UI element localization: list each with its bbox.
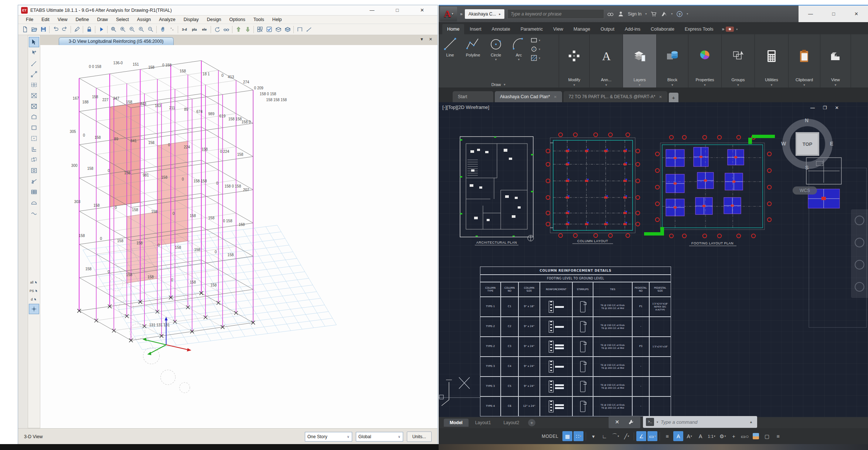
viewport-minimize-icon[interactable]: — xyxy=(810,105,815,110)
panel-ann[interactable]: AAnn...▼ xyxy=(590,34,623,87)
slanted-line-icon[interactable] xyxy=(304,25,313,34)
grid-display-icon[interactable]: ▦ xyxy=(562,431,572,441)
draw-joint-icon[interactable] xyxy=(29,58,39,69)
panel-clipboard[interactable]: Clipboard▼ xyxy=(789,34,820,87)
ribbon-tab-parametric[interactable]: Parametric xyxy=(516,24,548,34)
etabs-3d-canvas[interactable]: 0 0 158136-01511580 15815818 104132740 2… xyxy=(40,45,438,428)
snap-dropdown-icon[interactable]: ▾ xyxy=(588,431,598,441)
minimize-button[interactable]: — xyxy=(370,7,374,13)
viewcube-top-face[interactable]: TOP xyxy=(796,132,819,156)
panel-groups[interactable]: Groups▼ xyxy=(722,34,755,87)
draw-panel-label[interactable]: Draw▼ xyxy=(439,82,559,87)
command-input[interactable]: >_ ▾ Type a command ▲ xyxy=(643,416,757,428)
panel-utilities-expander[interactable]: ▼ xyxy=(755,83,788,87)
ribbon-tab-add-ins[interactable]: Add-ins xyxy=(620,24,645,34)
apps-dropdown-icon[interactable]: ▾ xyxy=(671,12,673,16)
transparency-icon[interactable]: ≡ xyxy=(662,431,672,441)
select-pointer-icon[interactable] xyxy=(29,37,39,47)
view-plan-icon[interactable]: pla xyxy=(190,25,199,34)
file-tab-doc1[interactable]: Akashaya Con Cad Plan*✕ xyxy=(495,91,562,102)
nav-wheel-icon[interactable] xyxy=(855,216,864,225)
quick-draw-frame-icon[interactable] xyxy=(29,80,39,90)
snap-mode-dropdown-icon[interactable]: ▾ xyxy=(580,434,581,438)
panel-properties[interactable]: Properties▼ xyxy=(688,34,722,87)
panel-utilities[interactable]: Utilities▼ xyxy=(755,34,789,87)
maximize-button[interactable]: □ xyxy=(396,7,399,13)
help-dropdown-icon[interactable]: ▾ xyxy=(687,12,688,16)
frame-draw-icon[interactable] xyxy=(295,25,304,34)
view-tab[interactable]: 3-D View Longitudinal Reinforcing (IS 45… xyxy=(59,37,174,45)
customization-menu-icon[interactable]: ≡ xyxy=(773,431,783,441)
ribbon-tab-view[interactable]: View xyxy=(548,24,568,34)
layout-tab-layout2[interactable]: Layout2 xyxy=(497,419,525,427)
tab-close-icon[interactable]: ✕ xyxy=(429,37,432,42)
command-close-icon[interactable]: ✕ xyxy=(615,419,619,425)
tab-dropdown-icon[interactable]: ▼ xyxy=(420,37,424,42)
zoom-out-icon[interactable] xyxy=(146,25,155,34)
dynamic-input-icon[interactable]: ∠ xyxy=(636,431,646,441)
tool-circle[interactable]: Circle▼ xyxy=(484,36,507,61)
polar-tracking-dropdown-icon[interactable]: ▾ xyxy=(617,434,619,438)
clean-screen-icon[interactable]: ▢ xyxy=(762,431,772,441)
recent-commands-dropdown-icon[interactable]: ▾ xyxy=(657,420,658,424)
story-selector-dropdown[interactable]: One Story∨ xyxy=(305,432,352,442)
coordinate-system-dropdown[interactable]: Global∨ xyxy=(356,432,403,442)
menu-view[interactable]: View xyxy=(54,16,72,23)
perspective-toggle-icon[interactable] xyxy=(222,25,231,34)
pan-icon[interactable] xyxy=(158,25,167,34)
command-prompt-icon[interactable]: >_ xyxy=(646,418,654,426)
rotate-3d-view-icon[interactable] xyxy=(212,25,221,34)
snap-mode-icon[interactable]: ∷▾ xyxy=(573,431,583,441)
viewport-controls-label[interactable]: [-][Top][2D Wireframe] xyxy=(442,104,489,110)
autocad-logo[interactable]: A▾ xyxy=(440,7,457,21)
panel-view[interactable]: View▼ xyxy=(820,34,851,87)
user-icon[interactable] xyxy=(617,11,624,17)
ribbon-tab-output[interactable]: Output xyxy=(596,24,619,34)
ribbon-tab-insert[interactable]: Insert xyxy=(465,24,486,34)
annotation-autoscale-icon[interactable]: A▾ xyxy=(684,431,694,441)
panel-block-icon[interactable] xyxy=(657,34,688,78)
polar-tracking-icon[interactable]: ⌒▾ xyxy=(610,431,620,441)
draw-double-frame-icon[interactable] xyxy=(29,155,39,165)
panel-modify-expander[interactable]: ▼ xyxy=(559,83,589,87)
panel-groups-expander[interactable]: ▼ xyxy=(722,83,755,87)
panel-properties-expander[interactable]: ▼ xyxy=(688,83,721,87)
menu-draw[interactable]: Draw xyxy=(93,16,112,23)
ortho-mode-icon[interactable]: ∟ xyxy=(599,431,609,441)
tool-line[interactable]: Line xyxy=(439,36,462,57)
annotation-autoscale-dropdown-icon[interactable]: ▾ xyxy=(691,434,692,438)
layout-tab-layout1[interactable]: Layout1 xyxy=(469,419,497,427)
autodesk-app-icon[interactable] xyxy=(661,11,667,17)
hatch-tool[interactable]: ▾ xyxy=(530,54,546,62)
annotation-visibility-icon[interactable]: A xyxy=(673,431,683,441)
viewcube-west[interactable]: W xyxy=(781,141,786,147)
panel-ann-icon[interactable]: A xyxy=(590,34,623,78)
panel-block[interactable]: Block▼ xyxy=(657,34,688,87)
ribbon-tab-collaborate[interactable]: Collaborate xyxy=(646,24,679,34)
menu-select[interactable]: Select xyxy=(112,16,133,23)
panel-layers-expander[interactable]: ▼ xyxy=(623,83,656,87)
view-elevation-icon[interactable]: ele xyxy=(200,25,209,34)
panel-ann-expander[interactable]: ▼ xyxy=(590,83,623,87)
move-down-story-icon[interactable] xyxy=(243,25,252,34)
rectangle-tool[interactable]: ▾ xyxy=(530,37,546,44)
new-model-icon[interactable] xyxy=(20,25,29,34)
draw-frame-icon[interactable] xyxy=(29,69,39,79)
reshape-object-icon[interactable] xyxy=(29,48,39,58)
lock-model-icon[interactable] xyxy=(85,25,93,34)
maximize-button[interactable]: □ xyxy=(832,11,835,17)
isolate-objects-icon[interactable]: ▭○ xyxy=(740,431,750,441)
sign-in-dropdown-icon[interactable]: ▾ xyxy=(645,12,647,16)
draw-dome-icon[interactable] xyxy=(29,197,39,208)
object-snap-icon[interactable]: ╱▾ xyxy=(622,431,632,441)
navigation-bar[interactable] xyxy=(851,209,868,298)
featured-apps-dropdown-icon[interactable]: ▾ xyxy=(736,28,738,31)
sign-in-label[interactable]: Sign In xyxy=(628,11,641,17)
ribbon-tab-annotate[interactable]: Annotate xyxy=(487,24,515,34)
draw-wall-icon[interactable] xyxy=(29,123,39,133)
annotation-scale-dropdown-icon[interactable]: ▾ xyxy=(714,434,715,438)
tool-polyline[interactable]: Polyline xyxy=(462,36,484,57)
menu-options[interactable]: Options xyxy=(225,16,249,23)
panel-layers-icon[interactable] xyxy=(623,34,656,78)
select-by-all-button[interactable]: all xyxy=(30,278,38,286)
